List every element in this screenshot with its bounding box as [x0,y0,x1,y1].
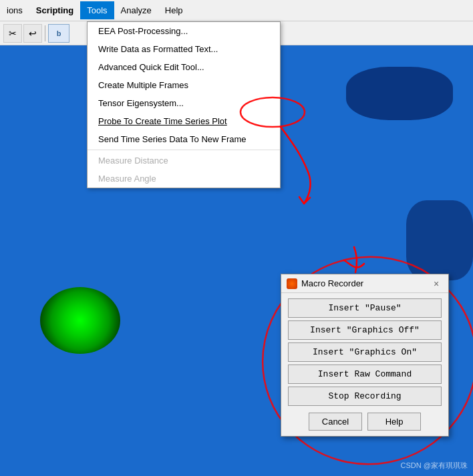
macro-dialog-footer: Cancel Help [281,410,448,436]
green-blob-visualization [40,287,120,354]
stop-recording-button[interactable]: Stop Recording [288,387,442,406]
macro-dialog-icon [287,278,297,289]
macro-dialog-title: Macro Recorder [301,278,430,288]
help-button[interactable]: Help [367,413,421,431]
menu-item-help[interactable]: Help [158,1,190,19]
menu-item-analyze[interactable]: Analyze [114,1,158,19]
menu-item-scripting[interactable]: Scripting [29,1,80,19]
menu-item-ions[interactable]: ions [0,1,29,19]
menu-entry-measure-dist: Measure Distance [88,152,280,170]
menu-separator [88,150,280,150]
menu-entry-measure-angle: Measure Angle [88,170,280,188]
menu-entry-write-data[interactable]: Write Data as Formatted Text... [88,40,280,58]
menu-entry-send-ts[interactable]: Send Time Series Data To New Frame [88,130,280,148]
menu-entry-probe-ts[interactable]: Probe To Create Time Series Plot [88,112,280,130]
toolbar-btn-1[interactable]: ✂ [3,24,22,43]
dark-region-right-middle [406,200,473,280]
macro-recorder-dialog: Macro Recorder × Insert "Pause" Insert "… [281,274,449,437]
dark-region-top-right [346,67,453,120]
watermark: CSDN @家有琪琪珠 [401,461,468,471]
menu-entry-tensor[interactable]: Tensor Eigensystem... [88,94,280,112]
tools-dropdown-menu: EEA Post-Processing... Write Data as For… [87,21,281,188]
macro-dialog-titlebar: Macro Recorder × [281,274,448,293]
insert-graphics-on-button[interactable]: Insert "Graphics On" [288,342,442,362]
menubar: ions Scripting Tools Analyze Help [0,0,473,21]
menu-item-tools[interactable]: Tools [80,1,114,19]
macro-dialog-body: Insert "Pause" Insert "Graphics Off" Ins… [281,293,448,410]
insert-graphics-off-button[interactable]: Insert "Graphics Off" [288,320,442,340]
macro-dialog-close-button[interactable]: × [430,277,443,290]
menu-entry-create-frames[interactable]: Create Multiple Frames [88,76,280,94]
menu-entry-adv-quick[interactable]: Advanced Quick Edit Tool... [88,58,280,76]
toolbar-btn-2[interactable]: ↩ [23,24,42,43]
cancel-button[interactable]: Cancel [309,413,362,431]
insert-raw-command-button[interactable]: Insert Raw Command [288,365,442,384]
toolbar-separator-1 [45,25,45,41]
menu-entry-eea[interactable]: EEA Post-Processing... [88,22,280,40]
insert-pause-button[interactable]: Insert "Pause" [288,298,442,318]
toolbar-btn-3[interactable]: b [48,24,69,43]
